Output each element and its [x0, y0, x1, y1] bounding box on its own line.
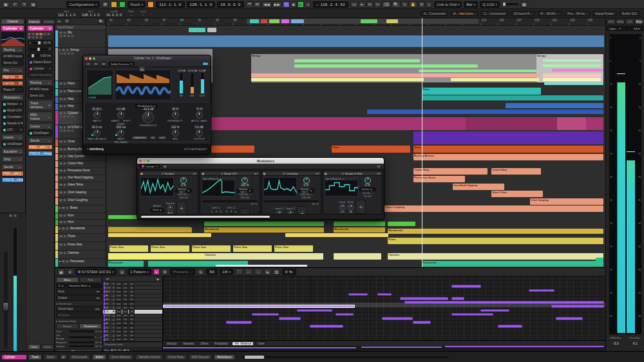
row-interval-4th[interactable]: 4th [129, 298, 135, 301]
clip-cotton-harp[interactable]: Cotton Harp [491, 168, 541, 175]
link-to-grid-select[interactable]: Link to Grid [434, 1, 462, 8]
step-note[interactable] [451, 313, 493, 316]
volume-fader[interactable] [4, 252, 8, 348]
delay-row[interactable]: 0.00 ms [28, 53, 53, 59]
meter-mode-select[interactable]: Digita... [607, 26, 629, 31]
track-row-clarinets[interactable]: MSClarinets [55, 251, 106, 259]
lfo-wave-0[interactable]: ∿ [210, 209, 214, 214]
editor-tab[interactable]: Editor [41, 344, 54, 350]
monitor-icon[interactable] [147, 1, 154, 8]
row-interval-4th[interactable]: 4th [129, 318, 135, 321]
step-note[interactable] [382, 317, 413, 320]
inspector-button-4[interactable]: e [43, 33, 46, 35]
inspector-button-0[interactable]: M [28, 33, 31, 35]
gen-slider-0[interactable]: Ties10 % [56, 330, 102, 333]
row-mute-dot[interactable] [113, 291, 115, 292]
velocity-bar[interactable] [361, 347, 442, 348]
grid-icon[interactable] [119, 1, 126, 8]
lfo-wave-2[interactable]: ◺ [219, 209, 223, 214]
track-row-mix[interactable]: MSMix●▸e∿ [55, 30, 106, 48]
step-note[interactable] [480, 309, 509, 312]
step-note[interactable] [556, 317, 583, 320]
track-mute[interactable]: M [62, 227, 65, 230]
channel-eq-curve[interactable] [1, 32, 24, 46]
input-transformer-select[interactable]: Instant Recording [28, 72, 53, 78]
track-solo[interactable]: S [63, 214, 66, 217]
knob-fast-attack[interactable]: 30.0 msFAST ATTACK [88, 126, 107, 140]
transport-prev[interactable]: ⏮ [246, 1, 253, 8]
transport-rew[interactable]: ◀◀ [261, 1, 271, 8]
shift-left-icon[interactable]: ← [245, 269, 252, 275]
clip-one-hand-clapping[interactable]: One Hand Clapping [453, 184, 504, 190]
slot-open-icon[interactable]: ↗ [194, 172, 196, 175]
row-mute-dot[interactable] [113, 323, 115, 325]
plugin-sidechain-icon[interactable] [202, 62, 209, 66]
track-mute[interactable]: M [59, 32, 62, 34]
inspector-button-5[interactable]: R [47, 33, 50, 35]
randomize-tab[interactable]: Randomize [79, 323, 102, 329]
clip[interactable] [388, 222, 415, 226]
track-solo[interactable]: S [63, 98, 66, 100]
add-pattern-icon[interactable]: + [153, 269, 160, 275]
clip-choir-gasping[interactable]: Choir Gasping [530, 198, 603, 205]
velocity-bar[interactable] [163, 347, 356, 348]
track-mute[interactable]: M [59, 126, 62, 129]
track-mute[interactable]: M [59, 221, 62, 224]
editor-track-select[interactable]: SYSTEM 100 D1 [75, 269, 117, 275]
row-interval-4th[interactable]: 4th [129, 286, 135, 290]
chord-input-toggle[interactable]: Chord Input [56, 306, 102, 312]
slot-control-input-2[interactable]: Input 20 % [286, 207, 295, 214]
step-note[interactable] [252, 313, 279, 316]
poly-tab[interactable]: Poly [79, 277, 102, 283]
slot-depth-knob[interactable] [242, 177, 248, 184]
track-mute[interactable]: M [59, 199, 62, 202]
clip[interactable] [207, 28, 216, 32]
statusbar-item-sampler-control[interactable]: Sampler Control [135, 354, 163, 360]
track-row-one-hand-clapping[interactable]: MSOne Hand Clapping [55, 175, 106, 182]
preset-select[interactable]: Softly Percussiv [108, 62, 135, 66]
track-mute[interactable]: M [59, 82, 62, 85]
clip[interactable] [294, 64, 478, 68]
track-mute[interactable]: M [59, 148, 62, 151]
clip[interactable] [294, 59, 420, 62]
track-mute[interactable]: M [59, 176, 62, 179]
slot-control-input-1[interactable]: Input 10 % [275, 207, 284, 214]
channel-modulator-1[interactable]: Morph LFO▾ [1, 108, 24, 113]
clip[interactable] [281, 19, 289, 23]
lowcut-row[interactable]: Low-Cut10 [1, 81, 24, 86]
track-row-woodwinds[interactable]: ▸MSWoodwinds [55, 226, 106, 234]
step-note[interactable] [551, 305, 604, 308]
transport-stop[interactable]: ■ [290, 1, 297, 8]
clip[interactable] [466, 117, 557, 130]
status-badge-6[interactable]: Equal Power [592, 11, 617, 16]
swing-field[interactable]: 0 % [282, 269, 296, 275]
clip[interactable] [419, 70, 536, 72]
shapes-tab[interactable]: Shapes [56, 323, 79, 329]
track-mute[interactable]: M [62, 207, 65, 209]
tool-0[interactable]: ▭ [350, 1, 358, 8]
track-mute[interactable]: M [59, 98, 62, 100]
knob-threshold[interactable]: -43.9 dBTHRESHOLD [135, 108, 161, 127]
row-interval-4th[interactable]: 4th [129, 314, 135, 318]
step-note[interactable] [529, 289, 554, 292]
inspector-send-1[interactable]: FX03 IS...+Delay-13.44 [28, 151, 53, 157]
track-mute[interactable]: M [59, 243, 62, 246]
clip[interactable] [261, 19, 267, 23]
clip-clarinets[interactable]: Clarinets [388, 253, 603, 260]
channel-insert-0[interactable]: UltraShaper [1, 141, 24, 147]
modulator-slot-3[interactable]: ▦3: Crossfader▾↗0 %Modulator Input 4-100… [261, 171, 321, 214]
snap-icon[interactable] [111, 1, 117, 8]
transport-cycle[interactable]: ⟲ [283, 1, 290, 8]
add-track-button[interactable]: + [56, 19, 62, 24]
midi-inserts-section[interactable]: MIDI Inserts⌄ [28, 111, 53, 122]
inspector-button-1[interactable]: S [32, 33, 35, 35]
row-mute-dot[interactable] [113, 287, 115, 289]
row-mute-dot[interactable] [113, 299, 115, 301]
step-note[interactable] [226, 321, 252, 324]
clip-woodwinds[interactable]: Woodwinds [388, 229, 603, 234]
keys-stepper[interactable]: Keys◂ ▸ [56, 289, 102, 294]
clip-omar[interactable]: Omar [332, 146, 410, 153]
channel-sends-section[interactable]: Sends⌄ [1, 164, 24, 170]
tool-8[interactable]: ✕ [418, 1, 425, 8]
row-interval-3rd[interactable]: 3rd [122, 318, 128, 321]
